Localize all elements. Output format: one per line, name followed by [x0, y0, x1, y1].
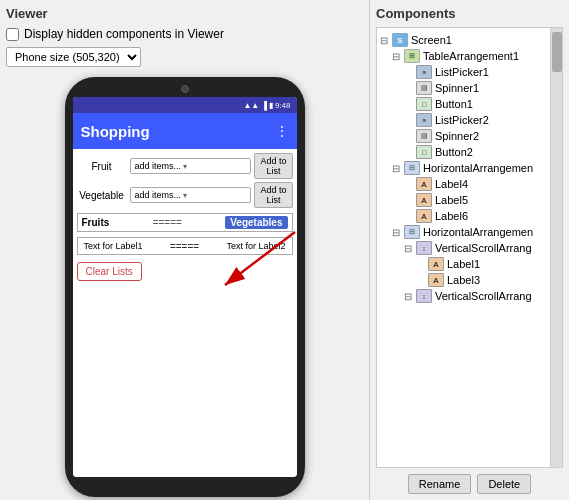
fruit-dropdown-text: add items... — [135, 161, 182, 171]
icon-vscroll1: ↕ — [416, 241, 432, 255]
tree-node-label5[interactable]: ALabel5 — [379, 192, 548, 208]
phone-device: ▲▲ ▐ ▮ 9:48 Shopping ⋮ Fruit — [65, 77, 305, 497]
phone-screen: ▲▲ ▐ ▮ 9:48 Shopping ⋮ Fruit — [73, 97, 297, 477]
label-label4: Label4 — [435, 178, 468, 190]
viewer-title: Viewer — [6, 6, 363, 21]
fruits-label: Fruits — [82, 217, 110, 228]
text-label1: Text for Label1 — [81, 240, 146, 252]
time-display: 9:48 — [275, 101, 291, 110]
label-table1: TableArrangement1 — [423, 50, 519, 62]
fruit-label: Fruit — [77, 161, 127, 172]
fruits-vegetables-bar: Fruits ===== Vegetables — [77, 213, 293, 232]
components-title: Components — [376, 6, 563, 21]
icon-vscroll2: ↕ — [416, 289, 432, 303]
icon-table1: ⊞ — [404, 49, 420, 63]
viewer-panel: Viewer Display hidden components in View… — [0, 0, 370, 500]
vegetables-label: Vegetables — [225, 216, 287, 229]
tree-node-label4[interactable]: ALabel4 — [379, 176, 548, 192]
components-tree: ⊟SScreen1⊟⊞TableArrangement1≡ListPicker1… — [377, 28, 550, 467]
text-label-row: Text for Label1 ===== Text for Label2 — [77, 237, 293, 255]
label-button1: Button1 — [435, 98, 473, 110]
icon-label5: A — [416, 193, 432, 207]
icon-listpicker2: ≡ — [416, 113, 432, 127]
icon-spinner1: ▤ — [416, 81, 432, 95]
expand-horiz1[interactable]: ⊟ — [391, 163, 401, 174]
scrollbar-thumb[interactable] — [552, 32, 562, 72]
phone-size-select[interactable]: Phone size (505,320) — [6, 47, 141, 67]
tree-scrollbar[interactable] — [550, 28, 562, 467]
label-spinner1: Spinner1 — [435, 82, 479, 94]
status-bar: ▲▲ ▐ ▮ 9:48 — [73, 97, 297, 113]
app-content: Fruit add items... ▾ Add toList Vegetabl… — [73, 149, 297, 477]
fruit-dropdown[interactable]: add items... ▾ — [130, 158, 252, 174]
tree-node-vscroll2[interactable]: ⊟↕VerticalScrollArrang — [379, 288, 548, 304]
components-panel: Components ⊟SScreen1⊟⊞TableArrangement1≡… — [370, 0, 569, 500]
bar2-equals: ===== — [149, 241, 221, 252]
icon-label6: A — [416, 209, 432, 223]
app-bar: Shopping ⋮ — [73, 113, 297, 149]
tree-node-vscroll1[interactable]: ⊟↕VerticalScrollArrang — [379, 240, 548, 256]
icon-button2: □ — [416, 145, 432, 159]
icon-horiz2: ⊟ — [404, 225, 420, 239]
label-screen1: Screen1 — [411, 34, 452, 46]
fruit-add-button[interactable]: Add toList — [254, 153, 292, 179]
signal-icon: ▐ — [261, 101, 267, 110]
tree-node-spinner1[interactable]: ▤Spinner1 — [379, 80, 548, 96]
bar1-equals: ===== — [113, 217, 221, 228]
expand-screen1[interactable]: ⊟ — [379, 35, 389, 46]
icon-spinner2: ▤ — [416, 129, 432, 143]
tree-node-screen1[interactable]: ⊟SScreen1 — [379, 32, 548, 48]
components-footer: Rename Delete — [376, 474, 563, 494]
label-horiz1: HorizontalArrangemen — [423, 162, 533, 174]
tree-node-button2[interactable]: □Button2 — [379, 144, 548, 160]
menu-icon[interactable]: ⋮ — [275, 123, 289, 139]
vegetable-add-button[interactable]: Add toList — [254, 182, 292, 208]
tree-wrapper: ⊟SScreen1⊟⊞TableArrangement1≡ListPicker1… — [376, 27, 563, 468]
expand-vscroll1[interactable]: ⊟ — [403, 243, 413, 254]
tree-node-label1[interactable]: ALabel1 — [379, 256, 548, 272]
expand-table1[interactable]: ⊟ — [391, 51, 401, 62]
label-label1: Label1 — [447, 258, 480, 270]
hidden-components-checkbox[interactable] — [6, 28, 19, 41]
vegetable-dropdown-arrow: ▾ — [183, 191, 187, 200]
rename-button[interactable]: Rename — [408, 474, 472, 494]
label-label5: Label5 — [435, 194, 468, 206]
label-horiz2: HorizontalArrangemen — [423, 226, 533, 238]
icon-listpicker1: ≡ — [416, 65, 432, 79]
label-label3: Label3 — [447, 274, 480, 286]
tree-node-spinner2[interactable]: ▤Spinner2 — [379, 128, 548, 144]
label-button2: Button2 — [435, 146, 473, 158]
vegetable-label: Vegetable — [77, 190, 127, 201]
tree-node-listpicker1[interactable]: ≡ListPicker1 — [379, 64, 548, 80]
vegetable-dropdown-text: add items... — [135, 190, 182, 200]
tree-node-listpicker2[interactable]: ≡ListPicker2 — [379, 112, 548, 128]
expand-horiz2[interactable]: ⊟ — [391, 227, 401, 238]
tree-node-horiz1[interactable]: ⊟⊟HorizontalArrangemen — [379, 160, 548, 176]
hidden-components-row: Display hidden components in Viewer — [6, 27, 363, 41]
label-vscroll2: VerticalScrollArrang — [435, 290, 532, 302]
delete-button[interactable]: Delete — [477, 474, 531, 494]
vegetable-dropdown[interactable]: add items... ▾ — [130, 187, 252, 203]
tree-node-horiz2[interactable]: ⊟⊟HorizontalArrangemen — [379, 224, 548, 240]
clear-lists-button[interactable]: Clear Lists — [77, 262, 142, 281]
icon-horiz1: ⊟ — [404, 161, 420, 175]
tree-node-label3[interactable]: ALabel3 — [379, 272, 548, 288]
icon-button1: □ — [416, 97, 432, 111]
label-listpicker1: ListPicker1 — [435, 66, 489, 78]
phone-camera — [181, 85, 189, 93]
label-listpicker2: ListPicker2 — [435, 114, 489, 126]
fruit-dropdown-arrow: ▾ — [183, 162, 187, 171]
hidden-components-label: Display hidden components in Viewer — [24, 27, 224, 41]
vegetable-row: Vegetable add items... ▾ Add toList — [77, 182, 293, 208]
wifi-icon: ▲▲ — [243, 101, 259, 110]
label-label6: Label6 — [435, 210, 468, 222]
label-spinner2: Spinner2 — [435, 130, 479, 142]
tree-node-table1[interactable]: ⊟⊞TableArrangement1 — [379, 48, 548, 64]
tree-node-button1[interactable]: □Button1 — [379, 96, 548, 112]
battery-icon: ▮ — [269, 101, 273, 110]
tree-node-label6[interactable]: ALabel6 — [379, 208, 548, 224]
icon-label3: A — [428, 273, 444, 287]
expand-vscroll2[interactable]: ⊟ — [403, 291, 413, 302]
fruit-row: Fruit add items... ▾ Add toList — [77, 153, 293, 179]
status-icons: ▲▲ ▐ ▮ 9:48 — [243, 101, 290, 110]
